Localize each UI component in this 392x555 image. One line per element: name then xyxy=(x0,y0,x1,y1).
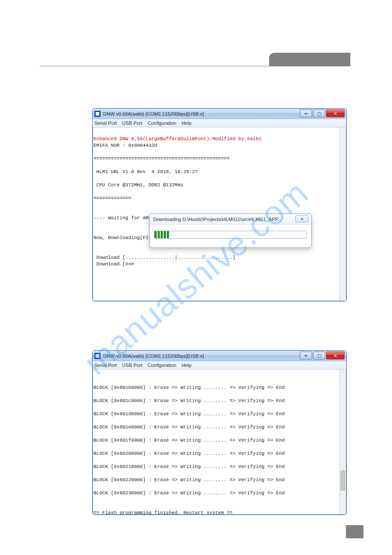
console-line: BLOCK [0x601e0000] : Erase => Writing ..… xyxy=(94,424,285,430)
menu-help[interactable]: Help xyxy=(182,120,192,126)
close-icon: ✕ xyxy=(300,217,304,221)
dialog-titlebar[interactable]: Downloading D:\Huvitz\Projects\HLM\G1\sr… xyxy=(150,214,311,225)
dnw-window-2: DNW v0.50A(saibi) [COM2,115200bps][USB:x… xyxy=(92,350,347,515)
dnw-window-1: DNW v0.50A(saibi) [COM2,115200bps][USB:x… xyxy=(92,108,347,301)
page-divider xyxy=(40,66,350,66)
menu-serial-port[interactable]: Serial Port xyxy=(94,120,117,126)
console-line: ========================================… xyxy=(94,156,230,161)
menu-configuration[interactable]: Configuration xyxy=(147,120,176,126)
console-line: EMIFA NOR : 0x0864432d xyxy=(94,143,157,148)
page-header-tab xyxy=(269,53,350,66)
menu-usb-port[interactable]: USB Port xyxy=(122,120,142,126)
window-title: DNW v0.50A(saibi) [COM2,115200bps][USB:x… xyxy=(103,353,204,359)
maximize-button[interactable]: ▢ xyxy=(313,352,325,359)
console-line: ---- Waiting for AM1 xyxy=(94,215,151,221)
minimize-icon: ━ xyxy=(305,111,307,116)
menubar: Serial Port USB Port Configuration Help xyxy=(93,361,346,370)
menu-usb-port[interactable]: USB Port xyxy=(122,363,142,368)
page-number-box xyxy=(346,525,363,538)
menu-help[interactable]: Help xyxy=(182,363,192,368)
console-line: BLOCK [0x601b0000] : Erase => Writing ..… xyxy=(94,385,285,390)
minimize-icon: ━ xyxy=(305,353,307,358)
console-line: Download [### xyxy=(94,261,134,267)
close-icon: ✕ xyxy=(334,353,337,358)
console-output: BLOCK [0x601b0000] : Erase => Writing ..… xyxy=(93,370,346,515)
console-line: CPU Core @372MHz, DDR2 @132MHz xyxy=(94,182,183,188)
menu-configuration[interactable]: Configuration xyxy=(147,363,176,368)
vertical-scrollbar[interactable] xyxy=(339,127,346,301)
progress-fill xyxy=(155,231,170,238)
dialog-title: Downloading D:\Huvitz\Projects\HLM\G1\sr… xyxy=(153,217,282,222)
titlebar[interactable]: DNW v0.50A(saibi) [COM2,115200bps][USB:x… xyxy=(93,109,346,119)
console-line: BLOCK [0x60220000] : Erase => Writing ..… xyxy=(94,477,285,482)
downloading-dialog: Downloading D:\Huvitz\Projects\HLM\G1\sr… xyxy=(149,214,312,248)
console-line: BLOCK [0x60200000] : Erase => Writing ..… xyxy=(94,451,285,456)
progress-bar xyxy=(154,231,307,239)
minimize-button[interactable]: ━ xyxy=(300,109,312,117)
maximize-icon: ▢ xyxy=(317,353,321,358)
console-line: BLOCK [0x60230000] : Erase => Writing ..… xyxy=(94,490,285,496)
console-line: HLM1 UBL V1.0 Nov 4 2016, 16:25:27 xyxy=(94,169,198,174)
titlebar[interactable]: DNW v0.50A(saibi) [COM2,115200bps][USB:x… xyxy=(93,351,346,361)
console-line: ============= xyxy=(94,196,131,201)
maximize-icon: ▢ xyxy=(317,111,321,116)
console-line: BLOCK [0x60210000] : Erase => Writing ..… xyxy=(94,464,285,469)
menu-serial-port[interactable]: Serial Port xyxy=(94,363,117,368)
close-icon: ✕ xyxy=(334,111,337,116)
close-button[interactable]: ✕ xyxy=(326,352,345,359)
scrollbar-thumb[interactable] xyxy=(341,471,345,490)
console-line: BLOCK [0x601c0000] : Erase => Writing ..… xyxy=(94,398,285,403)
menubar: Serial Port USB Port Configuration Help xyxy=(93,119,346,127)
vertical-scrollbar[interactable] xyxy=(339,370,346,514)
minimize-button[interactable]: ━ xyxy=(300,352,312,359)
console-line: == Flash programming finished, Restart s… xyxy=(94,510,233,515)
app-icon xyxy=(94,111,101,117)
console-line: BLOCK [0x601d0000] : Erase => Writing ..… xyxy=(94,411,285,417)
window-title: DNW v0.50A(saibi) [COM2,115200bps][USB:x… xyxy=(103,111,204,116)
maximize-button[interactable]: ▢ xyxy=(313,109,325,117)
console-line: Enhanced DNW 0,5A(LargeBuffer&GulimFont)… xyxy=(94,136,262,141)
console-line: BLOCK [0x601f0000] : Erase => Writing ..… xyxy=(94,438,285,443)
console-line: Download [.................|............… xyxy=(94,255,235,260)
close-button[interactable]: ✕ xyxy=(326,109,345,117)
app-icon xyxy=(94,353,101,359)
dialog-close-button[interactable]: ✕ xyxy=(295,215,309,222)
